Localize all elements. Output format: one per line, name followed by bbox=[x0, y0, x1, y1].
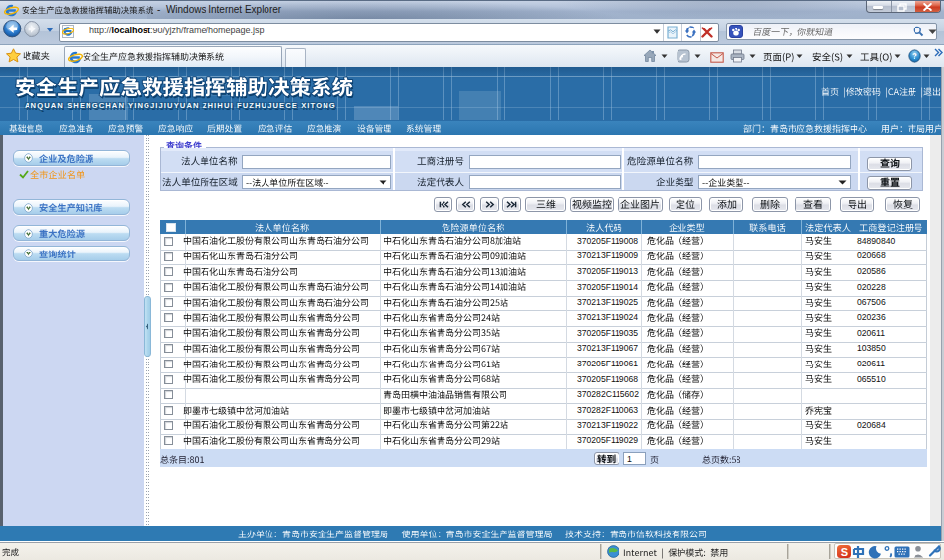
svg-text:?: ? bbox=[912, 50, 917, 61]
